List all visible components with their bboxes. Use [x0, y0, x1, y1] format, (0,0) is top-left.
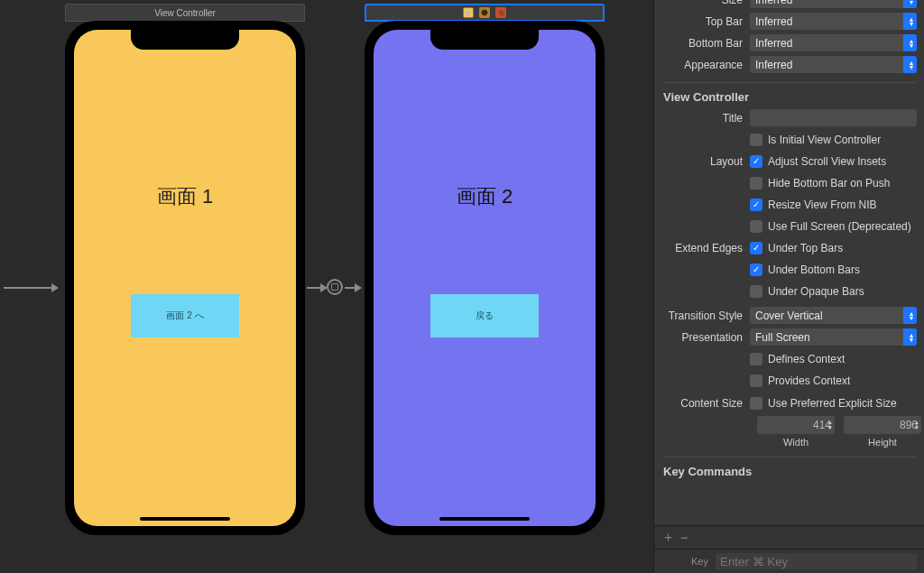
- section-key-commands: Key Commands: [663, 457, 917, 478]
- presentation-popup[interactable]: Full Screen▴▾: [750, 328, 917, 346]
- key-input[interactable]: [716, 553, 917, 569]
- screen2-label[interactable]: 画面 2: [374, 183, 596, 210]
- row-top-bar: Top Bar Inferred▴▾: [661, 13, 917, 30]
- row-is-initial: Is Initial View Controller: [661, 131, 917, 148]
- size-popup[interactable]: Inferred▴▾: [750, 0, 917, 8]
- scene-title: View Controller: [154, 8, 216, 18]
- use-preferred-size-checkbox[interactable]: [750, 397, 762, 410]
- under-opaque-checkbox[interactable]: [750, 285, 762, 298]
- segue-symbol[interactable]: [327, 279, 343, 295]
- is-initial-checkbox[interactable]: [750, 134, 762, 146]
- scene-title-bar-selected[interactable]: ◉ ⬣ ⎋: [365, 4, 605, 22]
- row-extend-edges: Extend Edges ✓ Under Top Bars: [661, 239, 917, 256]
- scene-view-controller-1[interactable]: View Controller 画面 1 画面 2 へ: [65, 4, 305, 535]
- storyboard-canvas[interactable]: View Controller 画面 1 画面 2 へ ◉ ⬣ ⎋ 画面: [0, 0, 653, 573]
- caret-icon: ▴▾: [910, 39, 913, 48]
- caret-icon: ▴▾: [910, 311, 913, 320]
- phone-screen-1[interactable]: 画面 1 画面 2 へ: [74, 30, 296, 526]
- caret-icon: ▴▾: [910, 333, 913, 342]
- top-bar-popup[interactable]: Inferred▴▾: [750, 13, 917, 30]
- bottom-bar-popup[interactable]: Inferred▴▾: [750, 34, 917, 51]
- add-key-command-button[interactable]: ＋: [661, 529, 675, 546]
- section-view-controller: View Controller: [663, 82, 917, 104]
- screen2-button[interactable]: 戻る: [430, 294, 539, 337]
- under-bottom-checkbox[interactable]: ✓: [750, 263, 762, 276]
- row-layout: Layout ✓ Adjust Scroll View Insets: [661, 152, 917, 170]
- height-stepper[interactable]: 896 ▲▼: [844, 416, 921, 434]
- exit-icon[interactable]: ⎋: [495, 7, 506, 18]
- device-frame: 画面 2 戻る: [365, 21, 605, 535]
- scene-view-controller-2[interactable]: ◉ ⬣ ⎋ 画面 2 戻る: [365, 4, 605, 535]
- device-notch: [131, 30, 239, 50]
- device-frame: 画面 1 画面 2 へ: [65, 21, 305, 535]
- transition-popup[interactable]: Cover Vertical▴▾: [750, 307, 917, 324]
- stepper-arrows-icon[interactable]: ▲▼: [914, 420, 919, 430]
- caret-icon: ▴▾: [910, 17, 913, 26]
- caret-icon: ▴▾: [910, 0, 913, 5]
- stepper-arrows-icon[interactable]: ▲▼: [827, 420, 833, 430]
- is-initial-label: Is Initial View Controller: [768, 134, 881, 146]
- row-presentation: Presentation Full Screen▴▾: [661, 328, 917, 346]
- initial-entry-arrow: [4, 287, 58, 289]
- row-bottom-bar: Bottom Bar Inferred▴▾: [661, 34, 917, 51]
- device-notch: [430, 30, 539, 50]
- home-indicator: [140, 517, 230, 521]
- key-row: Key: [654, 549, 924, 573]
- under-top-checkbox[interactable]: ✓: [750, 242, 762, 254]
- first-responder-icon[interactable]: ⬣: [479, 7, 490, 18]
- resize-nib-checkbox[interactable]: ✓: [750, 199, 762, 211]
- row-appearance: Appearance Inferred▴▾: [661, 56, 917, 73]
- use-full-screen-checkbox[interactable]: [750, 220, 762, 233]
- attributes-inspector: Size Inferred▴▾ Top Bar Inferred▴▾ Botto…: [653, 0, 924, 573]
- screen1-button[interactable]: 画面 2 へ: [131, 294, 239, 337]
- home-indicator: [439, 517, 530, 521]
- defines-context-checkbox[interactable]: [750, 353, 762, 365]
- screen1-label[interactable]: 画面 1: [74, 183, 296, 210]
- segue-arrow-left[interactable]: [307, 287, 327, 289]
- vc-icon[interactable]: ◉: [463, 7, 474, 18]
- width-stepper[interactable]: 414 ▲▼: [757, 416, 835, 434]
- scene-title-bar[interactable]: View Controller: [65, 4, 305, 22]
- segue-arrow-right[interactable]: [345, 287, 361, 289]
- key-commands-footer: ＋ −: [654, 525, 924, 549]
- caret-icon: ▴▾: [910, 60, 913, 69]
- row-content-size: Content Size Use Preferred Explicit Size: [661, 394, 917, 411]
- content-size-pair: 414 ▲▼ Width 896 ▲▼ Height: [757, 416, 917, 448]
- hide-bottom-checkbox[interactable]: [750, 177, 762, 189]
- row-title: Title: [661, 109, 917, 126]
- provides-context-checkbox[interactable]: [750, 374, 762, 387]
- remove-key-command-button[interactable]: −: [680, 530, 688, 545]
- row-size: Size Inferred▴▾: [661, 0, 917, 8]
- appearance-popup[interactable]: Inferred▴▾: [750, 56, 917, 73]
- title-field[interactable]: [750, 109, 917, 126]
- phone-screen-2[interactable]: 画面 2 戻る: [374, 30, 596, 526]
- row-transition: Transition Style Cover Vertical▴▾: [661, 307, 917, 324]
- adjust-scroll-checkbox[interactable]: ✓: [750, 155, 762, 168]
